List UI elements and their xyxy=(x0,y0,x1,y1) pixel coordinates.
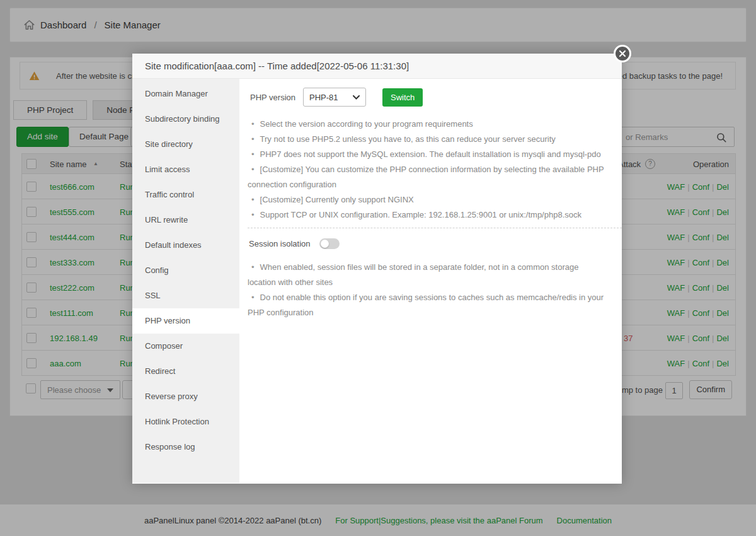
modal-sidebar-item[interactable]: SSL xyxy=(132,283,239,308)
modal-sidebar-item[interactable]: Site directory xyxy=(132,132,239,157)
modal-sidebar-item[interactable]: Default indexes xyxy=(132,233,239,258)
php-note: [Customize] You can customize the PHP co… xyxy=(248,162,608,192)
modal-sidebar-item[interactable]: Traffic control xyxy=(132,182,239,207)
modal-sidebar-item[interactable]: PHP version xyxy=(132,308,239,334)
php-version-select[interactable]: PHP-81 xyxy=(303,88,366,107)
session-isolation-toggle[interactable] xyxy=(319,238,340,249)
php-version-selected: PHP-81 xyxy=(309,93,338,102)
modal-sidebar-item[interactable]: Domain Manager xyxy=(132,81,239,107)
toggle-knob xyxy=(321,240,329,248)
session-notes-list: When enabled, session files will be stor… xyxy=(248,260,608,320)
php-notes-list: Select the version according to your pro… xyxy=(248,117,608,223)
chevron-down-icon xyxy=(353,95,360,100)
php-note: PHP7 does not support the MySQL extensio… xyxy=(248,147,608,162)
session-note: Do not enable this option if you are sav… xyxy=(248,290,608,320)
php-note: Try not to use PHP5.2 unless you have to… xyxy=(248,132,608,147)
modal-sidebar-item[interactable]: Hotlink Protection xyxy=(132,409,239,434)
session-isolation-label: Session isolation xyxy=(249,239,311,248)
php-note: [Customize] Currently only support NGINX xyxy=(248,192,608,207)
dashed-divider xyxy=(248,228,622,228)
modal-sidebar-item[interactable]: Config xyxy=(132,258,239,283)
modal-sidebar-item[interactable]: Subdirectory binding xyxy=(132,107,239,132)
modal-sidebar: Domain ManagerSubdirectory bindingSite d… xyxy=(132,79,239,483)
close-icon[interactable] xyxy=(614,45,631,62)
php-note: Support TCP or UNIX configuration. Examp… xyxy=(248,207,608,223)
php-note: Select the version according to your pro… xyxy=(248,117,608,132)
modal-sidebar-item[interactable]: URL rewrite xyxy=(132,207,239,233)
modal-sidebar-item[interactable]: Response log xyxy=(132,434,239,460)
modal-title: Site modification[aaa.com] -- Time added… xyxy=(132,54,622,79)
session-note: When enabled, session files will be stor… xyxy=(248,260,608,290)
modal-sidebar-item[interactable]: Limit access xyxy=(132,157,239,182)
modal-sidebar-item[interactable]: Reverse proxy xyxy=(132,384,239,409)
modal-sidebar-item[interactable]: Redirect xyxy=(132,359,239,384)
modal-sidebar-item[interactable]: Composer xyxy=(132,334,239,359)
switch-button[interactable]: Switch xyxy=(382,88,423,107)
php-version-label: PHP version xyxy=(250,93,295,102)
php-version-panel: PHP version PHP-81 Switch Select the ver… xyxy=(239,79,622,483)
site-modification-modal: Site modification[aaa.com] -- Time added… xyxy=(132,54,622,484)
